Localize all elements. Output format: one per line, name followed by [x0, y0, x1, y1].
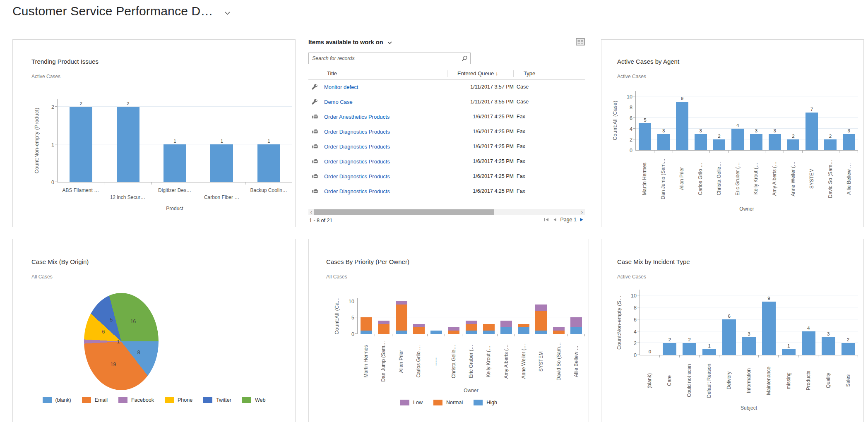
stacked-bar[interactable]	[378, 321, 390, 334]
chevron-down-icon[interactable]	[225, 12, 230, 15]
stacked-bar[interactable]	[553, 327, 565, 334]
record-link[interactable]: Order Diagnostics Products	[324, 144, 390, 150]
stacked-bar[interactable]	[518, 324, 529, 334]
queue-title[interactable]: Items available to work on	[308, 39, 383, 46]
record-link[interactable]: Order Diagnostics Products	[324, 188, 390, 194]
bar-segment-normal[interactable]	[466, 324, 477, 331]
scroll-right-icon[interactable]: ›	[579, 209, 585, 215]
bar-segment-normal[interactable]	[413, 327, 425, 334]
bar[interactable]	[257, 144, 280, 182]
list-item[interactable]: Order Diagnostics Products1/6/2017 4:25 …	[308, 154, 585, 169]
bar-segment-low[interactable]	[466, 321, 477, 324]
stacked-bar[interactable]	[396, 301, 407, 334]
bar-segment-normal[interactable]	[396, 305, 407, 331]
bar[interactable]	[683, 343, 696, 355]
bar[interactable]	[824, 139, 837, 150]
bar-segment-low[interactable]	[500, 321, 512, 327]
record-link[interactable]: Order Diagnostics Products	[324, 158, 390, 165]
bar-segment-high[interactable]	[430, 331, 442, 334]
bar[interactable]	[762, 302, 776, 355]
stacked-bar[interactable]	[361, 317, 372, 334]
bar[interactable]	[702, 349, 716, 355]
stacked-bar[interactable]	[448, 327, 459, 334]
record-link[interactable]: Order Anesthetics Products	[324, 114, 390, 120]
queue-title-row[interactable]: Items available to work on	[308, 39, 392, 46]
bar[interactable]	[657, 134, 670, 150]
stacked-bar[interactable]	[413, 324, 425, 334]
bar-segment-high[interactable]	[483, 331, 495, 334]
list-item[interactable]: Order Anesthetics Products1/6/2017 4:25 …	[308, 109, 585, 124]
search-input[interactable]	[309, 55, 462, 61]
stacked-bar[interactable]	[570, 317, 582, 334]
stacked-bar[interactable]	[466, 321, 477, 334]
record-link[interactable]: Order Diagnostics Products	[324, 129, 390, 135]
bar[interactable]	[843, 134, 855, 150]
bar[interactable]	[802, 331, 815, 355]
bar[interactable]	[782, 349, 796, 355]
bar[interactable]	[805, 113, 818, 150]
stacked-bar[interactable]	[483, 324, 495, 334]
bar[interactable]	[676, 102, 688, 150]
stacked-bar[interactable]	[430, 331, 442, 334]
bar[interactable]	[750, 134, 762, 150]
bar[interactable]	[695, 134, 707, 150]
record-link[interactable]: Demo Case	[324, 99, 353, 105]
bar[interactable]	[842, 343, 855, 355]
scrollbar-thumb[interactable]	[314, 209, 494, 215]
list-item[interactable]: Order Diagnostics Products1/6/2017 4:25 …	[308, 139, 585, 154]
bar-segment-low[interactable]	[570, 317, 582, 327]
list-item[interactable]: Order Diagnostics Products1/6/2017 4:25 …	[308, 124, 585, 139]
bar[interactable]	[70, 107, 92, 182]
bar-segment-high[interactable]	[466, 331, 477, 334]
bar-segment-high[interactable]	[518, 327, 529, 334]
scrollbar-track[interactable]	[314, 209, 579, 215]
column-type[interactable]: Type	[524, 70, 535, 77]
bar-segment-low[interactable]	[378, 321, 390, 324]
bar[interactable]	[769, 134, 781, 150]
bar-segment-normal[interactable]	[483, 324, 495, 331]
view-selector-grid-icon[interactable]	[576, 38, 585, 47]
stacked-bar[interactable]	[500, 321, 512, 334]
bar[interactable]	[787, 139, 799, 150]
chevron-down-icon[interactable]	[387, 41, 392, 44]
bar-segment-low[interactable]	[553, 327, 565, 331]
bar-segment-high[interactable]	[570, 327, 582, 334]
bar-segment-normal[interactable]	[518, 324, 529, 327]
bar-segment-low[interactable]	[413, 324, 425, 327]
list-item[interactable]: Demo Case1/11/2017 3:55 PMCase	[308, 94, 585, 109]
bar-segment-high[interactable]	[500, 327, 512, 334]
column-entered-queue[interactable]: Entered Queue ↓	[457, 70, 498, 77]
column-title[interactable]: Title	[327, 70, 337, 77]
bar-segment-high[interactable]	[396, 331, 407, 334]
bar[interactable]	[742, 337, 756, 355]
list-item[interactable]: Order Diagnostics Products1/6/2017 4:25 …	[308, 184, 585, 199]
scroll-left-icon[interactable]: ‹	[308, 209, 314, 215]
record-link[interactable]: Order Diagnostics Products	[324, 173, 390, 180]
bar-segment-low[interactable]	[448, 327, 459, 331]
bar[interactable]	[164, 144, 186, 182]
pie-chart[interactable]	[84, 293, 159, 390]
next-page-icon[interactable]	[580, 217, 584, 222]
bar[interactable]	[722, 319, 736, 355]
bar-segment-normal[interactable]	[535, 311, 547, 331]
search-icon[interactable]	[462, 55, 468, 62]
list-item[interactable]: Monitor defect1/11/2017 3:57 PMCase	[308, 79, 585, 94]
list-item[interactable]: Order Diagnostics Products1/6/2017 4:25 …	[308, 169, 585, 184]
bar[interactable]	[663, 343, 676, 355]
bar-segment-normal[interactable]	[361, 317, 372, 331]
bar[interactable]	[210, 144, 233, 182]
record-link[interactable]: Monitor defect	[324, 84, 358, 90]
bar[interactable]	[639, 123, 651, 150]
previous-page-icon[interactable]	[553, 217, 557, 222]
bar[interactable]	[713, 139, 725, 150]
bar[interactable]	[822, 337, 835, 355]
bar-segment-normal[interactable]	[378, 324, 390, 334]
bar-segment-normal[interactable]	[448, 331, 459, 334]
bar[interactable]	[117, 107, 139, 182]
bar-segment-high[interactable]	[361, 331, 372, 334]
stacked-bar[interactable]	[535, 305, 547, 334]
bar-segment-low[interactable]	[396, 301, 407, 305]
bar-segment-high[interactable]	[535, 331, 547, 334]
bar[interactable]	[731, 129, 744, 150]
bar-segment-low[interactable]	[535, 305, 547, 311]
